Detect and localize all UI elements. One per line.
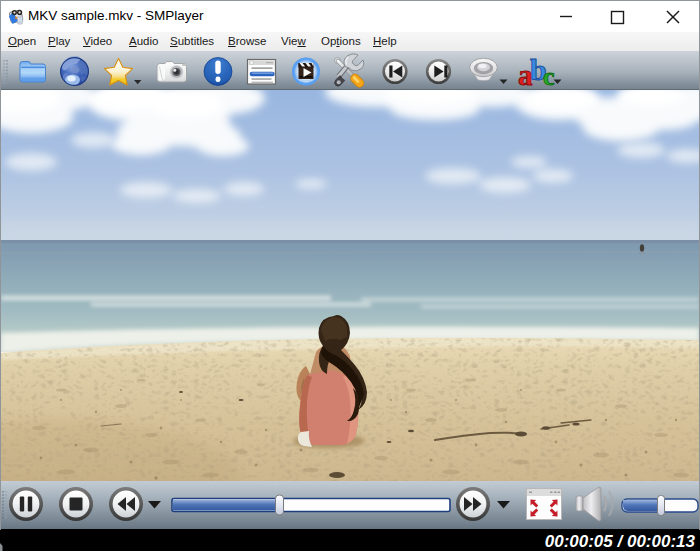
svg-text:c: c [543,62,555,90]
